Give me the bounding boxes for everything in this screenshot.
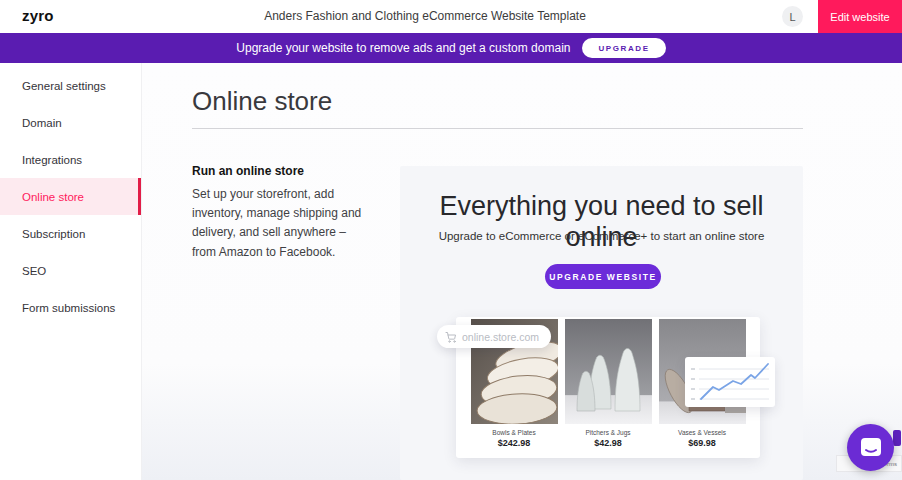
line-chart-icon	[685, 357, 775, 407]
settings-sidebar: General settings Domain Integrations Onl…	[0, 63, 142, 480]
section-description: Set up your storefront, add inventory, m…	[192, 185, 370, 262]
page-title: Online store	[192, 86, 332, 117]
upgrade-website-button[interactable]: UPGRADE WEBSITE	[545, 264, 661, 289]
banner-text: Upgrade your website to remove ads and g…	[236, 41, 570, 55]
site-template-title: Anders Fashion and Clothing eCommerce We…	[264, 0, 586, 33]
product-name: Bowls & Plates	[492, 429, 535, 436]
sidebar-item-form-submissions[interactable]: Form submissions	[0, 289, 141, 326]
user-avatar[interactable]: L	[782, 6, 803, 27]
upgrade-banner: Upgrade your website to remove ads and g…	[0, 33, 902, 63]
chat-widget-button[interactable]	[847, 424, 894, 471]
sidebar-item-integrations[interactable]: Integrations	[0, 141, 141, 178]
sidebar-item-online-store[interactable]: Online store	[0, 178, 141, 215]
title-divider	[192, 128, 803, 129]
sidebar-item-domain[interactable]: Domain	[0, 104, 141, 141]
sidebar-item-general-settings[interactable]: General settings	[0, 67, 141, 104]
product-price: $42.98	[594, 438, 622, 448]
product-card-pitchers: Pitchers & Jugs $42.98	[565, 319, 652, 448]
edit-website-button[interactable]: Edit website	[818, 0, 902, 33]
pitchers-product-image	[565, 319, 652, 424]
shopping-cart-icon	[445, 331, 457, 343]
chat-widget-tab	[893, 430, 901, 446]
zyro-logo[interactable]: zyro	[22, 7, 54, 24]
sales-chart-card	[685, 357, 775, 407]
chat-bubble-icon	[859, 436, 883, 460]
product-price: $69.98	[688, 438, 716, 448]
section-heading: Run an online store	[192, 164, 304, 178]
banner-upgrade-button[interactable]: UPGRADE	[582, 38, 665, 58]
ecommerce-upsell-card: Everything you need to sell online Upgra…	[400, 166, 803, 480]
store-url-text: online.store.com	[462, 331, 539, 343]
sidebar-item-seo[interactable]: SEO	[0, 252, 141, 289]
card-heading: Everything you need to sell online	[400, 191, 803, 253]
store-url-pill: online.store.com	[437, 325, 551, 348]
product-name: Vases & Vessels	[678, 429, 726, 436]
main-content: Online store Run an online store Set up …	[142, 63, 902, 480]
sidebar-item-subscription[interactable]: Subscription	[0, 215, 141, 252]
card-subheading: Upgrade to eCommerce or eCommerce+ to st…	[400, 230, 803, 242]
product-name: Pitchers & Jugs	[585, 429, 630, 436]
product-price: $242.98	[498, 438, 531, 448]
top-header: zyro Anders Fashion and Clothing eCommer…	[0, 0, 902, 33]
